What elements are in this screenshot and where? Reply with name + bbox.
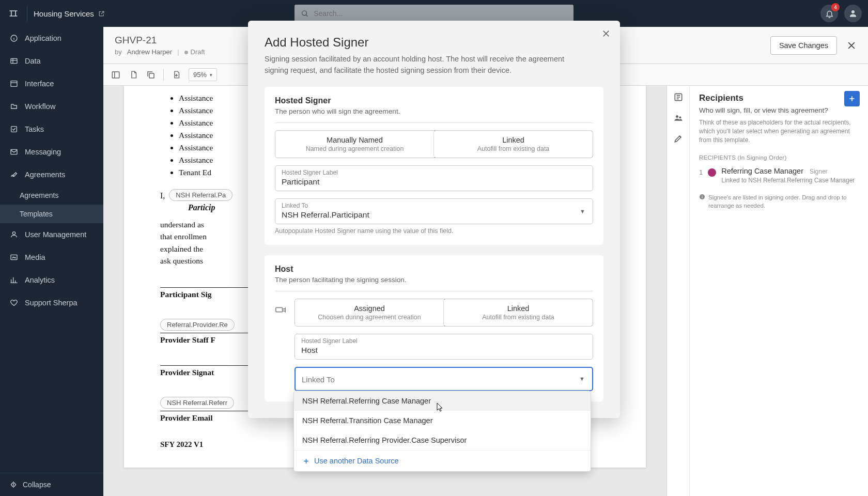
dropdown-option[interactable]: NSH Referral.Transition Case Manager (294, 411, 591, 430)
chevron-down-icon: ▼ (580, 208, 585, 214)
seg-opt-linked[interactable]: Linked Autofill from existing data (433, 130, 593, 158)
add-hosted-signer-modal: Add Hosted Signer Signing session facili… (248, 21, 620, 418)
host-card: Host The person facilitating the signing… (265, 255, 603, 401)
hosted-signer-heading: Hosted Signer (275, 96, 593, 105)
host-label-field[interactable]: Hosted Signer Label Host (295, 334, 593, 360)
seg-opt-assigned[interactable]: Assigned Choosen during agreement creati… (295, 299, 444, 326)
signer-mode-segment: Manually Named Named during agreement cr… (275, 130, 593, 158)
use-another-data-source[interactable]: Use another Data Source (294, 450, 591, 471)
close-icon[interactable] (601, 29, 611, 38)
modal-title: Add Hosted Signer (265, 35, 603, 50)
chevron-down-icon: ▼ (579, 376, 585, 382)
signer-helper-text: Autopopulate Hosted Signer name using th… (275, 227, 593, 235)
dropdown-option[interactable]: NSH Referral.Referring Case Manager (294, 391, 591, 411)
hosted-signer-card: Hosted Signer The person who will sign t… (265, 87, 603, 245)
host-icon (275, 304, 286, 315)
host-linked-to-dropdown[interactable]: Linked To ▼ (295, 367, 593, 391)
modal-overlay: Add Hosted Signer Signing session facili… (0, 0, 868, 496)
modal-description: Signing session facilitated by an accoun… (265, 54, 575, 76)
hosted-signer-sub: The person who will sign the agreement. (275, 107, 593, 115)
host-mode-segment: Assigned Choosen during agreement creati… (295, 299, 593, 327)
seg-opt-manual[interactable]: Manually Named Named during agreement cr… (275, 131, 434, 158)
dropdown-option[interactable]: NSH Referral.Referring Provider.Case Sup… (294, 430, 591, 450)
seg-opt-host-linked[interactable]: Linked Autofill from existing data (443, 299, 593, 327)
svg-rect-17 (276, 307, 283, 312)
host-heading: Host (275, 265, 593, 274)
host-linked-to-options: NSH Referral.Referring Case Manager NSH … (293, 391, 591, 472)
signer-linked-to-dropdown[interactable]: Linked To NSH Referral.Participant ▼ (275, 198, 593, 224)
signer-label-field[interactable]: Hosted Signer Label Participant (275, 165, 593, 191)
host-sub: The person facilitating the signing sess… (275, 276, 593, 284)
